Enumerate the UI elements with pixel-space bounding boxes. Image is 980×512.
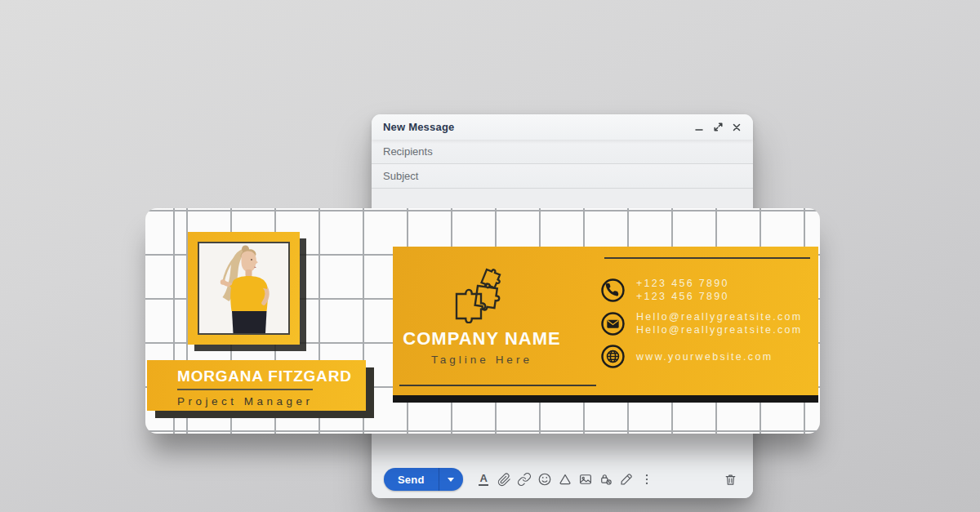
- chevron-down-icon: [448, 478, 454, 482]
- company-name: COMPANY NAME: [393, 328, 571, 349]
- card-rule-bottom: [399, 385, 596, 386]
- compose-title: New Message: [383, 121, 454, 133]
- name-banner: MORGANA FITZGARD Project Manager: [147, 360, 366, 411]
- contact-block: +123 456 7890 +123 456 7890 Hello@really…: [600, 277, 803, 369]
- globe-icon: [600, 344, 626, 369]
- compose-titlebar: New Message: [372, 114, 753, 140]
- email-2: Hello@reallygreatsite.com: [636, 323, 803, 336]
- window-controls: [694, 122, 742, 132]
- backdrop: New Message Recipients Subject Send: [0, 0, 980, 512]
- subject-placeholder: Subject: [383, 170, 418, 182]
- send-button[interactable]: Send: [384, 468, 439, 491]
- recipients-placeholder: Recipients: [383, 145, 433, 158]
- woman-illustration: [199, 243, 288, 333]
- attach-file-icon[interactable]: [497, 472, 512, 488]
- card-rule-top: [604, 257, 810, 259]
- website: www.yourwebsite.com: [636, 350, 773, 363]
- name-divider: [177, 389, 313, 390]
- insert-emoji-icon[interactable]: [537, 472, 553, 488]
- phone-row: +123 456 7890 +123 456 7890: [600, 277, 803, 303]
- puzzle-logo-icon: [450, 263, 514, 323]
- signature-pen-icon[interactable]: [619, 472, 635, 488]
- company-block: COMPANY NAME Tagline Here: [393, 263, 571, 366]
- person-role: Project Manager: [177, 395, 366, 407]
- company-tagline: Tagline Here: [393, 354, 571, 366]
- subject-input[interactable]: Subject: [372, 164, 753, 189]
- website-row: www.yourwebsite.com: [600, 344, 803, 369]
- business-card: COMPANY NAME Tagline Here +123 456 7890 …: [393, 247, 818, 395]
- recipients-input[interactable]: Recipients: [372, 140, 753, 164]
- email-row: Hello@reallygreatsite.com Hello@reallygr…: [600, 310, 803, 336]
- close-icon[interactable]: [732, 122, 742, 132]
- minimize-icon[interactable]: [694, 122, 704, 132]
- email-1: Hello@reallygreatsite.com: [636, 310, 803, 323]
- toolbar-icons: A: [476, 472, 655, 488]
- photo-frame: [188, 232, 300, 345]
- send-options-button[interactable]: [439, 468, 463, 491]
- person-name: MORGANA FITZGARD: [177, 367, 366, 385]
- insert-photo-icon[interactable]: [578, 472, 594, 488]
- insert-link-icon[interactable]: [517, 472, 532, 488]
- compose-toolbar: Send A: [372, 461, 753, 498]
- text-formatting-icon[interactable]: A: [476, 472, 492, 488]
- google-drive-icon[interactable]: [558, 472, 573, 488]
- confidential-mode-icon[interactable]: [599, 472, 614, 488]
- phone-icon: [600, 278, 626, 303]
- phone-2: +123 456 7890: [636, 290, 729, 303]
- signature-panel[interactable]: MORGANA FITZGARD Project Manager: [145, 208, 820, 434]
- email-icon: [600, 311, 626, 336]
- trash-icon[interactable]: [722, 471, 738, 488]
- phone-1: +123 456 7890: [636, 277, 729, 290]
- profile-photo: [198, 242, 290, 335]
- expand-icon[interactable]: [713, 122, 723, 132]
- send-split-button: Send: [384, 468, 463, 491]
- more-options-icon[interactable]: [639, 472, 655, 488]
